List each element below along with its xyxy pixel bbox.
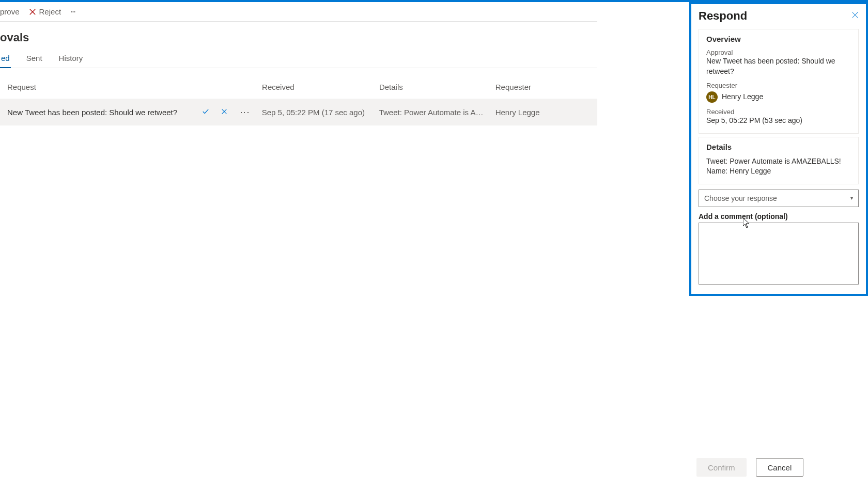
table-row[interactable]: New Tweet has been posted: Should we ret… [0, 99, 597, 125]
row-actions: ⋮ [202, 108, 262, 116]
cell-requester: Henry Legge [495, 108, 597, 117]
reject-button[interactable]: Reject [29, 7, 61, 16]
details-title: Details [706, 143, 851, 151]
approve-label: prove [0, 7, 20, 16]
approval-label: Approval [706, 49, 851, 56]
respond-panel: Respond Overview Approval New Tweet has … [689, 2, 868, 488]
header-received: Received [262, 83, 379, 91]
close-icon [851, 11, 859, 19]
details-line2: Name: Henry Legge [706, 166, 851, 177]
tab-sent[interactable]: Sent [25, 54, 43, 68]
header-requester: Requester [495, 83, 597, 91]
header-request: Request [0, 83, 262, 91]
approve-button[interactable]: prove [0, 7, 20, 16]
cell-received: Sep 5, 05:22 PM (17 sec ago) [262, 108, 379, 117]
confirm-button[interactable]: Confirm [696, 458, 747, 477]
more-actions-button[interactable]: ··· [70, 6, 75, 17]
overview-card: Overview Approval New Tweet has been pos… [699, 29, 859, 134]
response-dropdown[interactable]: Choose your response ▾ [699, 190, 859, 207]
tabs: ed Sent History [0, 54, 597, 68]
overview-title: Overview [706, 35, 851, 43]
table-header: Request Received Details Requester [0, 68, 597, 99]
toolbar: prove Reject ··· [0, 2, 597, 22]
tab-received[interactable]: ed [0, 54, 11, 68]
panel-title: Respond [699, 9, 747, 23]
response-placeholder: Choose your response [704, 194, 777, 202]
avatar: HL [706, 91, 718, 103]
approval-value: New Tweet has been posted: Should we ret… [706, 56, 851, 76]
check-icon[interactable] [202, 108, 209, 115]
request-text: New Tweet has been posted: Should we ret… [0, 108, 202, 117]
panel-footer: Confirm Cancel [689, 450, 868, 488]
cell-request: New Tweet has been posted: Should we ret… [0, 108, 262, 117]
cancel-button[interactable]: Cancel [756, 458, 804, 477]
more-icon: ··· [70, 6, 75, 17]
row-more-button[interactable]: ⋮ [239, 108, 251, 116]
comment-input[interactable] [699, 223, 859, 285]
requester-row: HL Henry Legge [706, 91, 851, 103]
details-card: Details Tweet: Power Automate is AMAZEBA… [699, 137, 859, 184]
requester-name: Henry Legge [722, 92, 763, 102]
comment-label: Add a comment (optional) [699, 212, 859, 221]
tab-history[interactable]: History [58, 54, 84, 68]
close-icon [29, 8, 36, 15]
header-details: Details [379, 83, 495, 91]
page-title: ovals [0, 22, 597, 44]
x-icon[interactable] [221, 108, 228, 115]
cell-details: Tweet: Power Automate is AMAZEBA... [379, 108, 495, 117]
received-label: Received [706, 108, 851, 116]
received-value: Sep 5, 05:22 PM (53 sec ago) [706, 116, 851, 126]
reject-label: Reject [39, 7, 61, 16]
close-panel-button[interactable] [851, 11, 859, 21]
chevron-down-icon: ▾ [850, 195, 853, 201]
requester-label: Requester [706, 82, 851, 89]
details-line1: Tweet: Power Automate is AMAZEBALLS! [706, 156, 851, 167]
